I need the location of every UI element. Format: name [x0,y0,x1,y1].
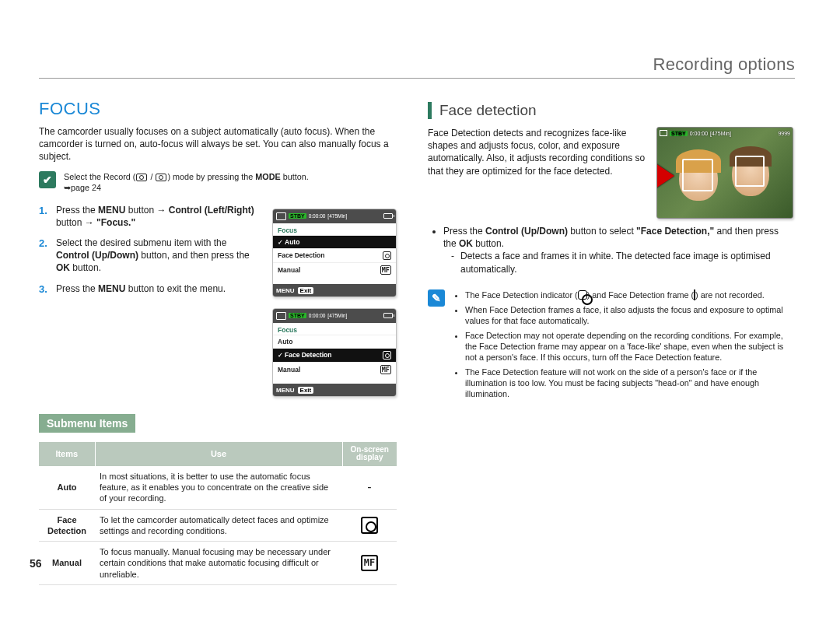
section-title-face-detection: Face detection [428,102,793,119]
note-icon: ✎ [428,289,445,307]
submenu-table: Items Use On-screendisplay Auto In most … [39,442,397,585]
page-header: Recording options [39,54,795,79]
section-title-focus: FOCUS [39,99,397,119]
step-3: 3. Press the MENU button to exit the men… [39,282,261,296]
face-detection-icon [578,290,587,300]
lcd-exit-button: Exit [298,387,314,394]
video-mode-icon [136,174,147,181]
lcd-screenshot-fd: STBY0:00:00[475Min] Focus Auto Face Dete… [272,308,397,397]
photo-mode-icon [156,174,166,181]
video-tab-icon [660,130,667,136]
th-use: Use [95,442,342,466]
table-row: FaceDetection To let the camcorder autom… [39,509,397,542]
lcd-item-auto: Auto [273,335,396,348]
lcd-menu-title: Focus [273,223,396,235]
red-arrow-icon [656,163,674,188]
page-number: 56 [30,557,42,570]
face-detection-icon [361,517,378,534]
face-detection-intro: Face Detection detects and recognizes fa… [428,127,646,177]
lcd-item-face-detection: Face Detection [273,248,396,262]
lcd-item-manual: ManualMF [273,262,396,277]
lcd-item-face-detection: Face Detection [273,348,396,362]
lcd-item-manual: ManualMF [273,362,396,377]
check-icon: ✔ [39,171,56,188]
list-item: Press the Control (Up/Down) button to se… [443,225,793,275]
video-tab-icon [276,212,286,220]
list-item: When Face Detection frames a face, it al… [465,304,793,326]
lcd-exit-button: Exit [298,287,314,294]
list-item: Detects a face and frames it in white. T… [460,250,793,275]
list-item: Face Detection may not operate depending… [465,330,793,363]
focus-intro: The camcorder usually focuses on a subje… [39,125,397,163]
precheck-note: ✔ Select the Record ( / ) mode by pressi… [39,171,397,193]
face-detection-sample-photo: STBY 0:00:00 [475Min] 9999 [656,127,793,219]
th-items: Items [39,442,95,466]
video-tab-icon [276,312,286,320]
lcd-item-auto: Auto [273,235,396,248]
face-detection-icon [383,351,391,360]
table-row: Auto In most situations, it is better to… [39,466,397,509]
manual-focus-icon: MF [380,365,391,374]
manual-focus-icon: MF [361,555,378,572]
step-1: 1. Press the MENU button → Control (Left… [39,204,261,229]
face-detection-icon [383,251,391,260]
header-title: Recording options [653,54,795,74]
table-row: Manual To focus manually. Manual focusin… [39,542,397,585]
list-item: The Face Detection feature will not work… [465,367,793,399]
face-frame [735,156,765,187]
precheck-text: Select the Record ( / ) mode by pressing… [64,171,309,193]
battery-icon [383,213,393,219]
face-frame [682,159,713,191]
step-2: 2. Select the desired submenu item with … [39,237,261,275]
lcd-screenshot-auto: STBY0:00:00[475Min] Focus Auto Face Dete… [272,209,397,297]
list-item: The Face Detection indicator () and Face… [465,289,793,300]
battery-icon [383,313,393,318]
notes-block: ✎ The Face Detection indicator () and Fa… [428,289,793,403]
submenu-items-heading: Submenu Items [39,414,135,433]
th-osd: On-screendisplay [342,442,397,466]
manual-focus-icon: MF [380,265,391,275]
